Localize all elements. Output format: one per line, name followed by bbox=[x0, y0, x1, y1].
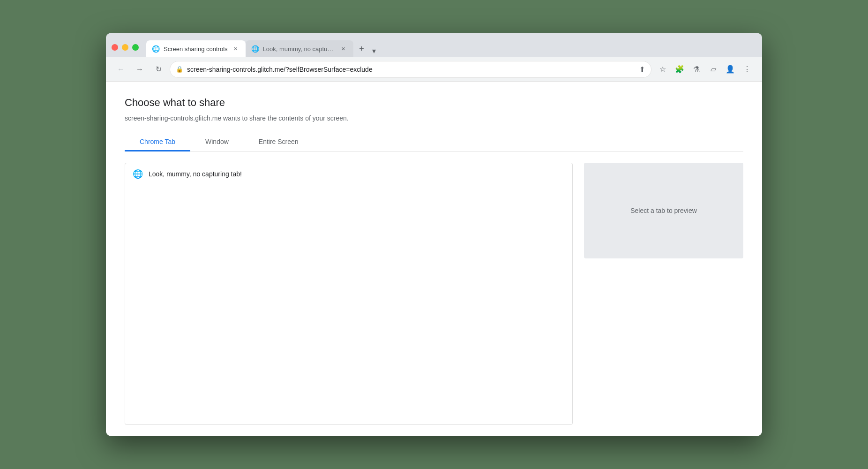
reload-button[interactable]: ↻ bbox=[151, 62, 166, 77]
labs-button[interactable]: ⚗ bbox=[689, 62, 704, 77]
address-text: screen-sharing-controls.glitch.me/?selfB… bbox=[187, 66, 636, 73]
tab-entire-screen[interactable]: Entire Screen bbox=[244, 133, 314, 151]
tab-chrome-tab[interactable]: Chrome Tab bbox=[125, 133, 190, 151]
lock-icon: 🔒 bbox=[176, 66, 183, 73]
list-item[interactable]: 🌐 Look, mummy, no capturing tab! bbox=[125, 163, 572, 185]
menu-button[interactable]: ⋮ bbox=[740, 62, 755, 77]
tab-capturing[interactable]: 🌐 Look, mummy, no capturing ta ✕ bbox=[246, 40, 353, 57]
minimize-button[interactable] bbox=[122, 44, 128, 51]
address-bar[interactable]: 🔒 screen-sharing-controls.glitch.me/?sel… bbox=[170, 61, 651, 78]
tab-globe-icon-1: 🌐 bbox=[152, 45, 160, 53]
dialog-tabs: Chrome Tab Window Entire Screen bbox=[125, 133, 743, 151]
browser-window: 🌐 Screen sharing controls ✕ 🌐 Look, mumm… bbox=[106, 33, 762, 436]
new-tab-button[interactable]: + bbox=[355, 42, 368, 55]
forward-button[interactable]: → bbox=[132, 62, 147, 77]
maximize-button[interactable] bbox=[132, 44, 139, 51]
preview-panel: Select a tab to preview bbox=[584, 163, 743, 258]
tab-list: 🌐 Look, mummy, no capturing tab! bbox=[125, 163, 573, 425]
split-button[interactable]: ▱ bbox=[706, 62, 721, 77]
toolbar-icons: ☆ 🧩 ⚗ ▱ 👤 ⋮ bbox=[655, 62, 755, 77]
tab-close-1[interactable]: ✕ bbox=[232, 45, 240, 53]
share-icon[interactable]: ⬆ bbox=[639, 65, 645, 74]
back-button[interactable]: ← bbox=[113, 62, 128, 77]
list-item-title: Look, mummy, no capturing tab! bbox=[149, 170, 242, 178]
dialog-right: Select a tab to preview bbox=[584, 163, 743, 425]
tab-window[interactable]: Window bbox=[190, 133, 244, 151]
tab-screen-sharing-controls[interactable]: 🌐 Screen sharing controls ✕ bbox=[146, 40, 246, 57]
profile-button[interactable]: 👤 bbox=[723, 62, 738, 77]
share-dialog: Choose what to share screen-sharing-cont… bbox=[106, 82, 762, 436]
tab-dropdown-button[interactable]: ▾ bbox=[372, 46, 376, 55]
list-item-icon: 🌐 bbox=[133, 169, 143, 179]
bookmark-button[interactable]: ☆ bbox=[655, 62, 670, 77]
tabs-container: 🌐 Screen sharing controls ✕ 🌐 Look, mumm… bbox=[146, 40, 756, 57]
dialog-title: Choose what to share bbox=[125, 97, 743, 109]
tab-close-2[interactable]: ✕ bbox=[339, 45, 348, 53]
preview-placeholder: Select a tab to preview bbox=[630, 207, 697, 214]
content-area: Choose what to share screen-sharing-cont… bbox=[106, 82, 762, 436]
close-button[interactable] bbox=[112, 44, 118, 51]
title-bar: 🌐 Screen sharing controls ✕ 🌐 Look, mumm… bbox=[106, 33, 762, 57]
dialog-content: 🌐 Look, mummy, no capturing tab! Select … bbox=[125, 151, 743, 436]
extensions-button[interactable]: 🧩 bbox=[672, 62, 687, 77]
tab-title-2: Look, mummy, no capturing ta bbox=[263, 45, 336, 53]
dialog-subtitle: screen-sharing-controls.glitch.me wants … bbox=[125, 114, 743, 122]
toolbar: ← → ↻ 🔒 screen-sharing-controls.glitch.m… bbox=[106, 57, 762, 82]
traffic-lights bbox=[112, 44, 139, 57]
tab-globe-icon-2: 🌐 bbox=[251, 45, 259, 53]
tab-title-1: Screen sharing controls bbox=[164, 45, 228, 53]
